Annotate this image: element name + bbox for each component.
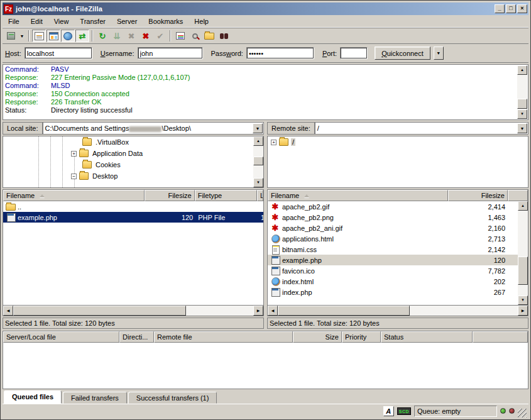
toggle-queue-button[interactable]: ⇄ <box>75 30 89 42</box>
directory-comparison-button[interactable] <box>217 30 231 42</box>
tab-successful-transfers[interactable]: Successful transfers (1) <box>128 392 217 404</box>
scroll-up-icon[interactable]: ▲ <box>518 201 528 211</box>
collapse-icon[interactable]: − <box>71 174 77 179</box>
tab-queued-files[interactable]: Queued files <box>4 390 62 404</box>
local-list-body[interactable]: .. example.php 120 PHP File 1 <box>3 201 263 305</box>
cancel-operation-button[interactable]: ✖ <box>124 30 138 42</box>
tree-item[interactable]: .VirtualBox <box>3 136 263 148</box>
speed-limit-indicator[interactable]: SCD <box>397 407 411 415</box>
remote-horizontal-scrollbar[interactable]: ◀ ▶ <box>268 305 528 316</box>
tree-item[interactable]: Cookies <box>3 159 263 170</box>
file-row[interactable]: favicon.ico 7,782 <box>268 265 518 276</box>
menu-help[interactable]: Help <box>189 16 214 26</box>
scroll-track[interactable] <box>13 306 253 316</box>
remote-vertical-scrollbar[interactable]: ▲ ▼ <box>518 201 528 305</box>
column-filename[interactable]: Filename <box>268 190 448 201</box>
site-manager-dropdown[interactable]: ▼ <box>18 30 26 42</box>
local-directory-tree[interactable]: .VirtualBox + Application Data Cookies −… <box>3 136 264 188</box>
column-priority[interactable]: Priority <box>342 331 381 343</box>
tree-item[interactable]: − Desktop <box>3 170 263 182</box>
menu-transfer[interactable]: Transfer <box>74 16 111 26</box>
quickconnect-button[interactable]: Quickconnect <box>375 47 430 60</box>
toggle-remote-tree-button[interactable] <box>61 30 75 42</box>
menu-bookmarks[interactable]: Bookmarks <box>143 16 189 26</box>
scroll-thumb[interactable] <box>13 306 186 316</box>
process-queue-button[interactable]: ⇊ <box>110 30 124 42</box>
scroll-up-icon[interactable]: ▲ <box>253 136 263 146</box>
scroll-thumb[interactable] <box>518 257 528 285</box>
close-button[interactable]: × <box>517 4 527 13</box>
expand-icon[interactable]: + <box>71 151 77 157</box>
scroll-down-icon[interactable]: ▼ <box>518 296 528 305</box>
file-row[interactable]: index.php 267 <box>268 287 518 297</box>
scroll-track[interactable] <box>278 306 518 316</box>
scroll-left-icon[interactable]: ◀ <box>3 306 13 316</box>
site-manager-button[interactable] <box>4 30 18 42</box>
file-row-example-php[interactable]: example.php 120 <box>268 255 518 265</box>
remote-list-body[interactable]: ✱apache_pb2.gif 2,414 ✱apache_pb2.png 1,… <box>268 201 518 305</box>
column-server-local-file[interactable]: Server/Local file <box>3 331 119 343</box>
chevron-down-icon[interactable]: ▼ <box>517 123 527 133</box>
scroll-right-icon[interactable]: ▶ <box>253 306 263 316</box>
column-size[interactable]: Size <box>293 331 342 343</box>
password-input[interactable] <box>246 47 314 59</box>
expand-icon[interactable]: + <box>271 140 276 145</box>
disconnect-button[interactable]: ✖ <box>139 30 153 42</box>
scroll-thumb[interactable] <box>278 306 410 316</box>
directory-listing-filter-button[interactable] <box>173 30 187 42</box>
minimize-button[interactable]: _ <box>495 4 505 13</box>
queue-body[interactable] <box>3 343 528 389</box>
file-row[interactable]: index.html 202 <box>268 276 518 287</box>
file-row-example-php[interactable]: example.php 120 PHP File 1 <box>3 212 263 223</box>
menu-file[interactable]: File <box>3 16 25 26</box>
reconnect-button[interactable]: ✔ <box>153 30 167 42</box>
file-row[interactable]: ✱apache_pb2.gif 2,414 <box>268 201 518 212</box>
column-direction[interactable]: Directi... <box>119 331 154 343</box>
toggle-log-button[interactable] <box>32 30 46 42</box>
file-search-button[interactable] <box>188 30 202 42</box>
remote-directory-tree[interactable]: + / <box>267 136 528 188</box>
scroll-down-icon[interactable]: ▼ <box>253 178 263 187</box>
tree-item-root[interactable]: + / <box>268 136 528 148</box>
maximize-button[interactable]: □ <box>506 4 516 13</box>
title-bar[interactable]: Fz john@localhost - FileZilla _ □ × <box>3 3 528 15</box>
file-row[interactable]: ✱apache_pb2_ani.gif 2,160 <box>268 223 518 233</box>
tree-item[interactable]: + Application Data <box>3 148 263 159</box>
column-filename[interactable]: Filename <box>3 190 145 201</box>
data-type-indicator[interactable]: A <box>383 406 394 416</box>
column-remote-file[interactable]: Remote file <box>154 331 293 343</box>
column-last-modified[interactable]: L <box>257 190 263 201</box>
toggle-local-tree-button[interactable] <box>47 30 60 42</box>
menu-edit[interactable]: Edit <box>25 16 48 26</box>
chevron-down-icon[interactable]: ▼ <box>253 123 263 133</box>
tab-failed-transfers[interactable]: Failed transfers <box>63 392 127 404</box>
resize-grip[interactable] <box>518 409 527 417</box>
file-row[interactable]: applications.html 2,713 <box>268 233 518 244</box>
local-tree-scrollbar[interactable]: ▲ ▼ <box>253 136 263 187</box>
scroll-thumb[interactable] <box>253 157 263 165</box>
local-site-combobox[interactable]: C:\Documents and Settings\Desktop\ ▼ <box>43 122 264 135</box>
menu-view[interactable]: View <box>48 16 75 26</box>
column-status[interactable]: Status <box>381 331 473 343</box>
quickconnect-dropdown[interactable]: ▼ <box>434 47 444 60</box>
file-row-parent-dir[interactable]: .. <box>3 201 263 212</box>
synchronized-browsing-button[interactable] <box>202 30 216 42</box>
refresh-button[interactable]: ↻ <box>96 30 109 42</box>
file-row[interactable]: ✱apache_pb2.png 1,463 <box>268 212 518 223</box>
scroll-right-icon[interactable]: ▶ <box>518 306 528 316</box>
remote-site-combobox[interactable]: / ▼ <box>315 122 528 135</box>
file-row[interactable]: bitnami.css 2,142 <box>268 244 518 255</box>
port-input[interactable] <box>340 47 368 59</box>
scroll-down-icon[interactable]: ▼ <box>517 109 527 119</box>
column-filesize[interactable]: Filesize <box>448 190 508 201</box>
scroll-thumb[interactable] <box>517 99 527 109</box>
scroll-left-icon[interactable]: ◀ <box>268 306 278 316</box>
menu-server[interactable]: Server <box>111 16 143 26</box>
host-input[interactable] <box>25 47 92 59</box>
local-horizontal-scrollbar[interactable]: ◀ ▶ <box>3 305 263 316</box>
log-scrollbar[interactable]: ▲ ▼ <box>517 65 527 119</box>
username-input[interactable] <box>138 47 203 59</box>
scroll-up-icon[interactable]: ▲ <box>517 65 527 75</box>
column-filesize[interactable]: Filesize <box>145 190 194 201</box>
column-filetype[interactable]: Filetype <box>195 190 257 201</box>
